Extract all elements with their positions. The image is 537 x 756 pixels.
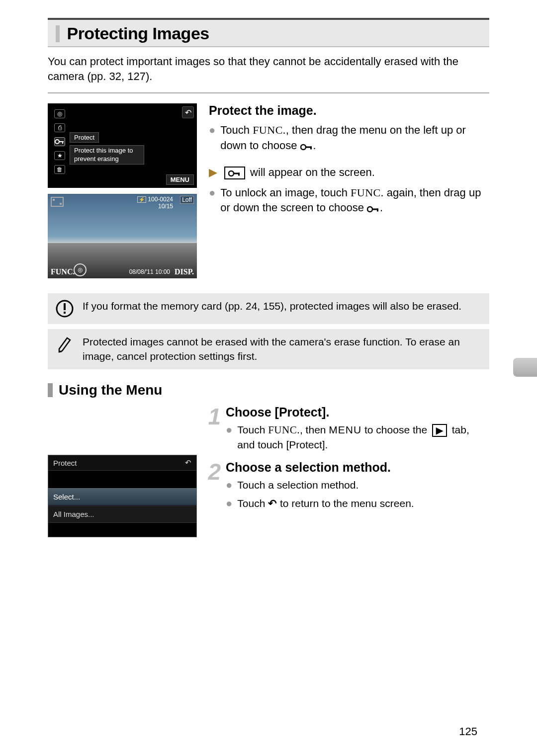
print-icon: ⎙ — [54, 123, 65, 132]
protect-instruction-1: Touch FUNC., then drag the menu on the l… — [220, 123, 489, 154]
loff-badge: Loff — [180, 196, 194, 204]
bullet-icon: ● — [226, 496, 232, 511]
protect-label: Protect — [70, 132, 99, 143]
protect-hint: Protect this image to prevent erasing — [70, 145, 144, 165]
lcd-func-menu: ↶ ◎ ⎙ ★ 🗑 Protect Protect this image to … — [48, 103, 197, 188]
folder-info: ⚡ 100-0024 10/15 — [137, 196, 173, 210]
func-label: FUNC. — [51, 267, 75, 276]
step-1-text: Touch FUNC., then MENU to choose the ▶ t… — [237, 422, 489, 452]
divider — [48, 92, 489, 93]
page-title-bar: Protecting Images — [48, 18, 489, 47]
star-icon: ★ — [54, 151, 65, 160]
protect-instruction-2: To unlock an image, touch FUNC. again, t… — [220, 185, 489, 216]
menu-title: Protect — [53, 459, 77, 467]
back-icon: ↶ — [185, 458, 191, 467]
svg-rect-14 — [64, 312, 66, 314]
caution-note: If you format the memory card (pp. 24, 1… — [48, 293, 489, 324]
key-icon — [54, 137, 65, 146]
step-number: 2 — [204, 460, 221, 514]
bullet-icon: ● — [209, 185, 215, 216]
caution-text: If you format the memory card (pp. 24, 1… — [83, 299, 461, 318]
slideshow-icon: ◎ — [54, 109, 65, 118]
disp-label: DISP. — [175, 267, 194, 276]
side-tab — [513, 358, 537, 377]
step-number: 1 — [204, 405, 221, 455]
key-icon — [367, 201, 380, 216]
svg-rect-11 — [377, 209, 378, 212]
title-accent — [56, 25, 60, 42]
svg-point-0 — [55, 140, 59, 144]
protect-heading: Protect the image. — [209, 103, 489, 118]
tip-text: Protected images cannot be erased with t… — [83, 335, 483, 363]
page-title: Protecting Images — [67, 24, 209, 43]
pencil-icon — [54, 335, 76, 363]
datetime: 08/08/'11 10:00 — [129, 268, 170, 275]
step-1-heading: Choose [Protect]. — [226, 405, 489, 420]
tip-note: Protected images cannot be erased with t… — [48, 329, 489, 369]
step-1: 1 Choose [Protect]. ● Touch FUNC., then … — [204, 405, 489, 455]
key-icon — [300, 139, 313, 154]
result-arrow-icon: ▶ — [209, 165, 217, 180]
menu-row-all-images: All Images... — [48, 505, 196, 522]
lcd-playback: ⚡ 100-0024 10/15 Loff FUNC. ◎ 08/08/'11 … — [48, 194, 197, 278]
svg-point-3 — [301, 145, 306, 150]
bullet-icon: ● — [209, 123, 215, 154]
bullet-icon: ● — [226, 478, 232, 493]
svg-rect-8 — [238, 172, 240, 175]
protect-result-1: will appear on the screen. — [222, 165, 375, 180]
bullet-icon: ● — [226, 422, 232, 452]
svg-point-6 — [229, 171, 234, 176]
caution-icon — [54, 299, 76, 318]
menu-screenshot: Protect ↶ Select... All Images... — [48, 455, 197, 537]
step-2-heading: Choose a selection method. — [226, 460, 489, 475]
svg-rect-13 — [64, 303, 66, 310]
intro-text: You can protect important images so that… — [48, 54, 489, 84]
step-2-text-2: Touch ↶ to return to the menu screen. — [237, 496, 489, 511]
return-icon: ↶ — [268, 498, 277, 509]
step-2-text-1: Touch a selection method. — [237, 478, 489, 493]
camera-screenshots: ↶ ◎ ⎙ ★ 🗑 Protect Protect this image to … — [48, 103, 197, 284]
menu-label: MENU — [166, 174, 194, 185]
trash-icon: 🗑 — [54, 165, 65, 174]
key-frame-icon — [224, 167, 245, 179]
play-tab-icon: ▶ — [432, 424, 447, 437]
svg-point-9 — [367, 207, 372, 212]
thumbnail-icon — [51, 197, 64, 207]
page-number: 125 — [459, 725, 477, 738]
using-menu-heading: Using the Menu — [48, 382, 489, 398]
menu-row-select: Select... — [48, 488, 196, 505]
svg-rect-5 — [310, 146, 312, 149]
step-2: 2 Choose a selection method. ● Touch a s… — [204, 460, 489, 514]
back-icon: ↶ — [182, 106, 194, 118]
svg-rect-2 — [62, 141, 63, 144]
